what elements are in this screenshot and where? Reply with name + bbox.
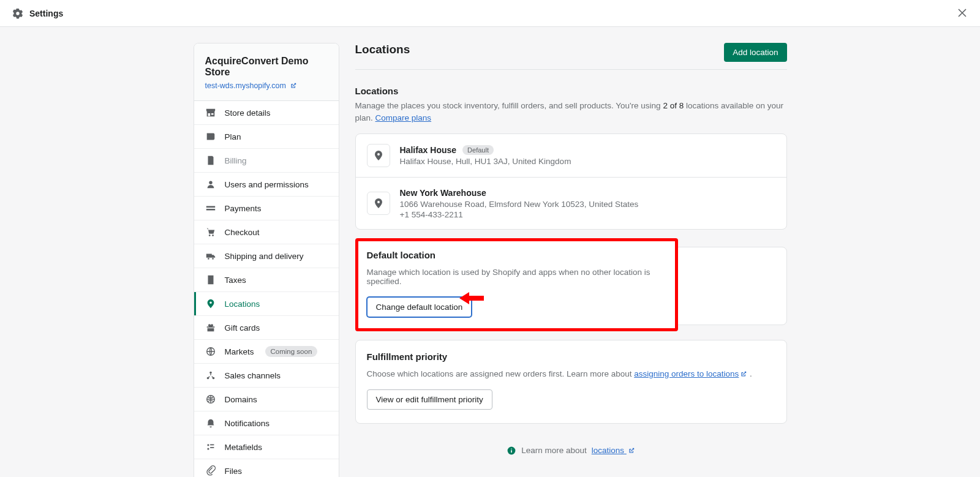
nav-label: Metafields xyxy=(225,443,263,452)
nav-label: Payments xyxy=(225,204,262,213)
sidebar-item-locations[interactable]: Locations xyxy=(194,292,339,316)
sidebar-item-metafields[interactable]: Metafields xyxy=(194,435,339,459)
locations-section-desc: Manage the places you stock inventory, f… xyxy=(355,100,787,125)
taxes-icon xyxy=(205,274,216,285)
default-badge: Default xyxy=(462,145,494,155)
add-location-button[interactable]: Add location xyxy=(724,43,786,62)
metafields-icon xyxy=(205,441,216,453)
billing-icon xyxy=(205,155,216,166)
store-name: AcquireConvert Demo Store xyxy=(205,56,328,78)
gift-icon xyxy=(205,322,216,333)
store-icon xyxy=(205,107,216,118)
nav-label: Gift cards xyxy=(225,323,260,332)
svg-point-11 xyxy=(511,448,512,449)
files-icon xyxy=(205,465,216,476)
sidebar-item-billing[interactable]: Billing xyxy=(194,149,339,173)
fulfillment-desc-suffix: . xyxy=(747,369,752,378)
close-button[interactable] xyxy=(956,6,969,20)
sidebar-item-users[interactable]: Users and permissions xyxy=(194,173,339,197)
location-info: New York Warehouse 1066 Warehouse Road, … xyxy=(400,187,639,219)
channels-icon xyxy=(205,370,216,381)
nav-label: Domains xyxy=(225,395,257,404)
footer-info: Learn more about locations xyxy=(355,446,787,456)
nav-label: Notifications xyxy=(225,419,270,428)
page-header: Locations Add location xyxy=(355,43,787,70)
sidebar-item-taxes[interactable]: Taxes xyxy=(194,268,339,292)
store-url-link[interactable]: test-wds.myshopify.com xyxy=(205,81,297,90)
nav-label: Sales channels xyxy=(225,371,281,380)
nav-label: Users and permissions xyxy=(225,180,309,189)
globe-icon xyxy=(205,346,216,357)
settings-topbar: Settings xyxy=(0,0,980,26)
default-location-title: Default location xyxy=(367,250,666,260)
nav-label: Markets xyxy=(225,347,254,356)
checkout-icon xyxy=(205,227,216,238)
change-default-location-button[interactable]: Change default location xyxy=(367,297,472,317)
location-name: New York Warehouse xyxy=(400,188,486,198)
location-name-row: Halifax House Default xyxy=(400,145,494,155)
nav-label: Shipping and delivery xyxy=(225,252,304,261)
sidebar-item-domains[interactable]: Domains xyxy=(194,388,339,411)
sidebar-item-payments[interactable]: Payments xyxy=(194,197,339,220)
default-location-desc: Manage which location is used by Shopify… xyxy=(367,268,666,286)
fulfillment-title: Fulfillment priority xyxy=(367,351,775,362)
location-phone: +1 554-433-2211 xyxy=(400,210,639,219)
location-pin-icon xyxy=(367,192,390,215)
location-address: 1066 Warehouse Road, Elmsford New York 1… xyxy=(400,200,639,209)
settings-sidebar: AcquireConvert Demo Store test-wds.mysho… xyxy=(194,43,339,477)
nav-label: Billing xyxy=(225,156,247,165)
gear-icon xyxy=(12,8,23,19)
svg-point-4 xyxy=(212,258,214,260)
fulfillment-priority-card: Fulfillment priority Choose which locati… xyxy=(355,340,787,424)
view-fulfillment-priority-button[interactable]: View or edit fulfillment priority xyxy=(367,389,492,410)
sidebar-item-gift-cards[interactable]: Gift cards xyxy=(194,316,339,340)
svg-point-2 xyxy=(212,235,214,236)
assigning-orders-link[interactable]: assigning orders to locations xyxy=(634,369,747,378)
locations-list-card: Halifax House Default Halifax House, Hul… xyxy=(355,133,787,230)
sidebar-item-files[interactable]: Files xyxy=(194,459,339,477)
svg-point-1 xyxy=(208,235,210,236)
sidebar-item-markets[interactable]: Markets Coming soon xyxy=(194,340,339,364)
sidebar-item-checkout[interactable]: Checkout xyxy=(194,220,339,244)
nav-label: Store details xyxy=(225,108,271,118)
sidebar-item-plan[interactable]: Plan xyxy=(194,125,339,149)
shipping-icon xyxy=(205,250,216,261)
topbar-title: Settings xyxy=(29,9,63,18)
svg-point-0 xyxy=(209,181,212,184)
nav-label: Locations xyxy=(225,299,260,309)
default-location-card: Default location Manage which location i… xyxy=(355,238,678,331)
compare-plans-link[interactable]: Compare plans xyxy=(375,113,432,122)
location-address: Halifax House, Hull, HU1 3AJ, United Kin… xyxy=(400,157,571,166)
location-row-halifax[interactable]: Halifax House Default Halifax House, Hul… xyxy=(356,134,786,178)
plan-icon xyxy=(205,131,216,142)
domains-icon xyxy=(205,394,216,405)
fulfillment-desc-prefix: Choose which locations are assigned new … xyxy=(367,369,635,378)
nav-label: Files xyxy=(225,467,243,476)
location-info: Halifax House Default Halifax House, Hul… xyxy=(400,145,571,166)
bell-icon xyxy=(205,418,216,429)
location-name: Halifax House xyxy=(400,145,457,155)
info-icon xyxy=(507,446,516,456)
main-content: Locations Add location Locations Manage … xyxy=(355,43,787,477)
sidebar-item-store-details[interactable]: Store details xyxy=(194,101,339,125)
footer-prefix: Learn more about xyxy=(521,446,587,455)
locations-count: 2 of 8 xyxy=(663,101,684,110)
footer-locations-link[interactable]: locations xyxy=(592,446,635,455)
locations-section-title: Locations xyxy=(355,86,787,96)
desc-prefix: Manage the places you stock inventory, f… xyxy=(355,101,663,110)
svg-rect-12 xyxy=(511,450,512,453)
sidebar-item-notifications[interactable]: Notifications xyxy=(194,411,339,435)
fulfillment-desc: Choose which locations are assigned new … xyxy=(367,369,775,378)
nav-label: Checkout xyxy=(225,228,260,237)
nav-label: Taxes xyxy=(225,276,246,285)
users-icon xyxy=(205,179,216,190)
store-url-text: test-wds.myshopify.com xyxy=(205,81,286,90)
svg-point-8 xyxy=(209,372,212,374)
sidebar-item-shipping[interactable]: Shipping and delivery xyxy=(194,244,339,268)
location-row-newyork[interactable]: New York Warehouse 1066 Warehouse Road, … xyxy=(356,178,786,229)
sidebar-item-sales-channels[interactable]: Sales channels xyxy=(194,364,339,388)
svg-point-3 xyxy=(208,258,209,260)
location-pin-icon xyxy=(367,144,390,167)
coming-soon-badge: Coming soon xyxy=(265,346,318,357)
location-pin-icon xyxy=(205,298,216,309)
